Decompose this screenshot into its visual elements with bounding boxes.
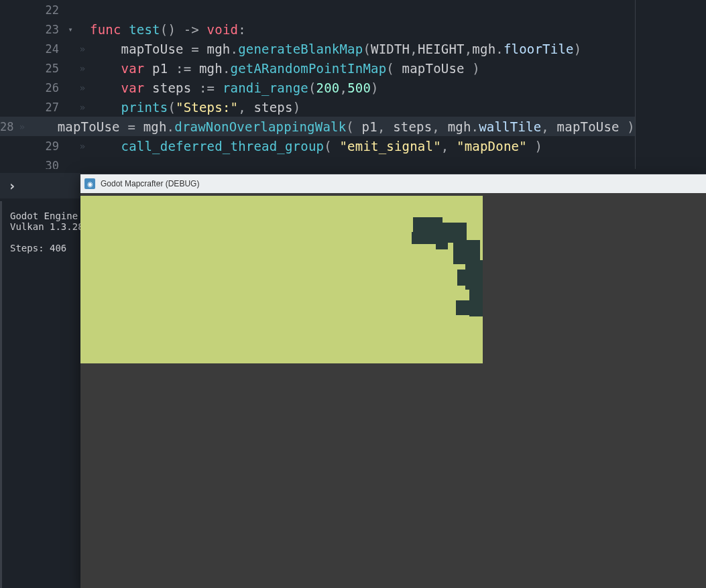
line-number: 30 bbox=[0, 159, 64, 170]
code-content[interactable]: func test() -> void: bbox=[89, 22, 246, 37]
code-content[interactable]: mapToUse = mgh.drawNonOverlappingWalk( p… bbox=[25, 119, 635, 134]
indent-guide-icon bbox=[76, 82, 89, 93]
code-content[interactable]: prints("Steps:", steps) bbox=[89, 100, 300, 115]
code-line[interactable]: 24 mapToUse = mgh.generateBlankMap(WIDTH… bbox=[0, 39, 635, 58]
code-line[interactable]: 25 var p1 := mgh.getARandomPointInMap( m… bbox=[0, 58, 635, 78]
line-number: 27 bbox=[0, 101, 64, 114]
wall-tile bbox=[456, 300, 477, 315]
game-viewport[interactable] bbox=[80, 196, 483, 363]
indent-guide-icon bbox=[76, 63, 89, 74]
fold-icon[interactable]: ▾ bbox=[64, 25, 76, 34]
code-line[interactable]: 23▾func test() -> void: bbox=[0, 19, 635, 39]
code-content[interactable]: var steps := randi_range(200,500) bbox=[89, 80, 379, 95]
code-content[interactable]: var p1 := mgh.getARandomPointInMap( mapT… bbox=[89, 61, 480, 76]
line-number: 28 bbox=[0, 120, 19, 133]
line-number: 25 bbox=[0, 62, 64, 75]
chevron-right-icon bbox=[8, 178, 16, 194]
window-titlebar[interactable]: ◉ Godot Mapcrafter (DEBUG) bbox=[80, 174, 706, 193]
code-line[interactable]: 26 var steps := randi_range(200,500) bbox=[0, 78, 635, 97]
line-number: 24 bbox=[0, 42, 64, 56]
wall-tile bbox=[457, 270, 477, 286]
code-content[interactable]: call_deferred_thread_group( "emit_signal… bbox=[89, 139, 542, 154]
indent-guide-icon bbox=[76, 102, 89, 113]
game-debug-window[interactable]: ◉ Godot Mapcrafter (DEBUG) bbox=[80, 174, 706, 588]
line-number: 22 bbox=[0, 3, 64, 17]
code-editor[interactable]: 2223▾func test() -> void:24 mapToUse = m… bbox=[0, 0, 636, 169]
indent-guide-icon bbox=[76, 44, 89, 54]
code-line[interactable]: 27 prints("Steps:", steps) bbox=[0, 97, 635, 117]
window-title: Godot Mapcrafter (DEBUG) bbox=[101, 179, 199, 188]
code-line[interactable]: 28 mapToUse = mgh.drawNonOverlappingWalk… bbox=[0, 117, 635, 136]
code-line[interactable]: 22 bbox=[0, 0, 635, 19]
code-line[interactable]: 29 call_deferred_thread_group( "emit_sig… bbox=[0, 136, 635, 156]
line-number: 29 bbox=[0, 139, 64, 153]
wall-tile bbox=[436, 239, 448, 249]
line-number: 26 bbox=[0, 81, 64, 95]
line-number: 23 bbox=[0, 23, 64, 36]
code-content[interactable]: mapToUse = mgh.generateBlankMap(WIDTH,HE… bbox=[89, 42, 581, 56]
indent-guide-icon bbox=[19, 121, 25, 132]
editor-gutter-right bbox=[636, 0, 706, 169]
godot-icon: ◉ bbox=[84, 178, 95, 189]
wall-tile bbox=[413, 217, 443, 233]
indent-guide-icon bbox=[76, 141, 89, 152]
code-line[interactable]: 30 bbox=[0, 156, 635, 169]
